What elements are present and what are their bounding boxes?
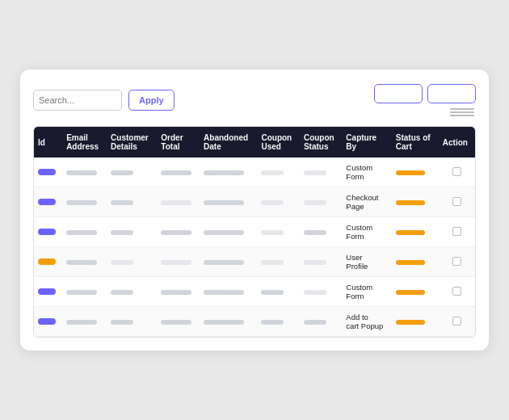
toolbar-left: Apply [33,90,175,111]
coupon-status-pill [304,230,326,235]
capture-by-text: Add tocart Popup [346,313,383,330]
customer-pill [111,170,133,175]
col-abandoned: AbandonedDate [200,127,257,158]
capture-by-text: CustomForm [346,163,372,181]
email-pill [66,260,97,265]
id-pill [38,199,56,205]
col-email: EmailAddress [62,127,107,158]
customer-pill [111,320,133,325]
toolbar-right [374,84,476,116]
action-checkbox[interactable] [452,197,461,206]
coupon-status-pill [304,200,326,205]
coupon-used-pill [261,260,284,265]
col-coupon-status: CouponStatus [300,127,342,158]
menu-line-2 [450,111,474,113]
col-status: Status ofCart [392,127,439,158]
capture-by-text: CheckoutPage [346,193,378,211]
status-pill [396,260,425,265]
email-pill [66,290,97,295]
id-pill [38,169,56,175]
status-pill [396,170,425,175]
email-pill [66,230,97,235]
menu-line-3 [450,115,474,116]
action-checkbox[interactable] [452,227,461,236]
id-pill [38,318,56,325]
col-order: OrderTotal [157,127,200,158]
id-pill [38,258,56,265]
abandoned-pill [204,320,244,325]
col-id: Id [34,127,62,158]
menu-lines [450,108,474,116]
order-pill [161,230,191,235]
order-pill [161,290,191,295]
abandoned-pill [204,260,244,265]
search-input[interactable] [33,90,122,111]
action-checkbox[interactable] [452,317,461,326]
coupon-status-pill [304,260,326,265]
capture-by-text: CustomForm [346,223,372,241]
col-coupon-used: CouponUsed [257,127,299,158]
capture-by-text: CustomForm [346,283,372,300]
order-pill [161,170,191,175]
table-row: CustomForm [34,158,475,187]
table-row: CustomForm [34,217,475,247]
order-pill [161,200,191,205]
order-pill [161,320,191,325]
status-pill [396,320,425,325]
customer-pill [111,260,133,265]
main-card: Apply Id EmailAddress CustomerDetails Or… [20,69,489,351]
customer-pill [111,290,133,295]
coupon-used-pill [261,320,284,325]
menu-line-1 [450,108,474,110]
export-button[interactable] [374,84,423,103]
col-action: Action [439,127,475,158]
col-capture: CaptureBy [342,127,391,158]
coupon-used-pill [261,170,284,175]
abandoned-pill [204,170,244,175]
table-row: UserProfile [34,247,475,277]
email-pill [66,200,97,205]
data-table: Id EmailAddress CustomerDetails OrderTot… [34,127,475,337]
coupon-used-pill [261,290,284,295]
abandoned-pill [204,200,244,205]
coupon-used-pill [261,230,284,235]
action-checkbox[interactable] [452,257,461,266]
filter-button[interactable] [427,84,476,103]
order-pill [161,260,191,265]
table-container: Id EmailAddress CustomerDetails OrderTot… [33,126,476,338]
email-pill [66,170,97,175]
status-pill [396,200,425,205]
abandoned-pill [204,230,244,235]
coupon-status-pill [304,320,326,325]
coupon-status-pill [304,170,326,175]
customer-pill [111,200,133,205]
action-checkbox[interactable] [452,167,461,176]
toolbar-buttons [374,84,476,103]
id-pill [38,229,56,235]
status-pill [396,290,425,295]
coupon-status-pill [304,290,326,295]
table-header-row: Id EmailAddress CustomerDetails OrderTot… [34,127,475,158]
customer-pill [111,230,133,235]
toolbar: Apply [33,84,476,116]
status-pill [396,230,425,235]
capture-by-text: UserProfile [346,253,368,271]
table-row: CheckoutPage [34,187,475,217]
table-row: CustomForm [34,277,475,307]
coupon-used-pill [261,200,284,205]
apply-button[interactable]: Apply [128,90,175,111]
col-customer: CustomerDetails [107,127,157,158]
id-pill [38,288,56,295]
action-checkbox[interactable] [452,287,461,296]
table-row: Add tocart Popup [34,307,475,337]
abandoned-pill [204,290,244,295]
email-pill [66,320,97,325]
